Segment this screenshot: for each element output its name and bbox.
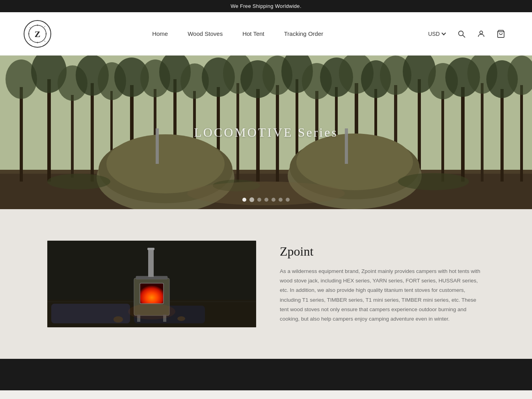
about-section: Zpoint As a wilderness equipment brand, … — [0, 209, 532, 359]
svg-rect-85 — [140, 283, 164, 304]
svg-rect-41 — [520, 85, 523, 182]
announcement-text: We Free Shipping Worldwide. — [231, 3, 301, 9]
cart-icon — [497, 30, 505, 38]
footer — [0, 359, 532, 390]
svg-rect-17 — [20, 87, 23, 182]
nav-item-wood-stoves[interactable]: Wood Stoves — [188, 30, 223, 37]
about-image — [47, 241, 256, 327]
about-body: As a wilderness equipment brand, Zpoint … — [280, 267, 485, 324]
dot-4[interactable] — [264, 198, 268, 202]
announcement-bar: We Free Shipping Worldwide. — [0, 0, 532, 12]
nav-right: USD — [424, 26, 508, 41]
search-icon — [457, 30, 466, 38]
svg-line-6 — [44, 26, 45, 27]
about-content: Zpoint As a wilderness equipment brand, … — [280, 244, 485, 324]
dot-5[interactable] — [272, 198, 275, 202]
search-button[interactable] — [454, 26, 469, 41]
dot-6[interactable] — [279, 198, 283, 202]
svg-point-77 — [398, 173, 469, 190]
svg-line-7 — [30, 39, 31, 41]
logo-icon: Z — [24, 20, 51, 48]
svg-point-92 — [177, 316, 185, 321]
svg-point-12 — [480, 31, 482, 33]
stove-scene-svg — [47, 241, 256, 327]
currency-selector[interactable]: USD — [424, 28, 449, 39]
svg-text:Z: Z — [35, 29, 41, 39]
svg-point-73 — [296, 134, 413, 190]
main-nav: Home Wood Stoves Hot Tent Tracking Order — [152, 30, 323, 37]
hero-title: LOCOMOTIVE Series — [194, 125, 338, 140]
about-title: Zpoint — [280, 244, 485, 259]
svg-line-5 — [30, 27, 31, 28]
svg-rect-38 — [461, 87, 465, 182]
svg-rect-40 — [500, 89, 504, 182]
svg-rect-87 — [148, 249, 154, 277]
chevron-down-icon — [441, 31, 446, 35]
svg-line-8 — [44, 41, 45, 42]
hero-section: LOCOMOTIVE Series — [0, 56, 532, 209]
svg-rect-70 — [156, 128, 159, 164]
svg-point-75 — [47, 174, 110, 189]
svg-rect-37 — [441, 91, 444, 182]
dot-1[interactable] — [242, 198, 246, 202]
dot-2[interactable] — [249, 197, 254, 202]
nav-item-home[interactable]: Home — [152, 30, 168, 37]
svg-rect-20 — [91, 83, 94, 182]
svg-rect-74 — [345, 128, 348, 164]
header: Z Home Wood Stoves Hot Tent Tracking Ord… — [0, 12, 532, 56]
slideshow-dots — [242, 197, 290, 202]
stove-illustration — [47, 241, 256, 327]
user-icon — [477, 30, 485, 38]
account-button[interactable] — [474, 26, 489, 41]
logo[interactable]: Z — [24, 20, 51, 48]
svg-point-93 — [128, 304, 175, 319]
dot-3[interactable] — [257, 198, 261, 202]
svg-point-91 — [113, 316, 123, 323]
svg-rect-19 — [71, 95, 74, 178]
nav-item-tracking-order[interactable]: Tracking Order — [284, 30, 323, 37]
svg-rect-39 — [481, 83, 484, 182]
svg-point-69 — [106, 134, 225, 193]
svg-line-11 — [463, 35, 465, 37]
cart-button[interactable] — [493, 26, 508, 41]
dot-7[interactable] — [286, 198, 290, 202]
svg-point-10 — [459, 31, 463, 35]
currency-label: USD — [428, 31, 440, 37]
nav-item-hot-tent[interactable]: Hot Tent — [242, 30, 264, 37]
svg-rect-18 — [47, 79, 51, 182]
svg-rect-88 — [147, 248, 154, 250]
